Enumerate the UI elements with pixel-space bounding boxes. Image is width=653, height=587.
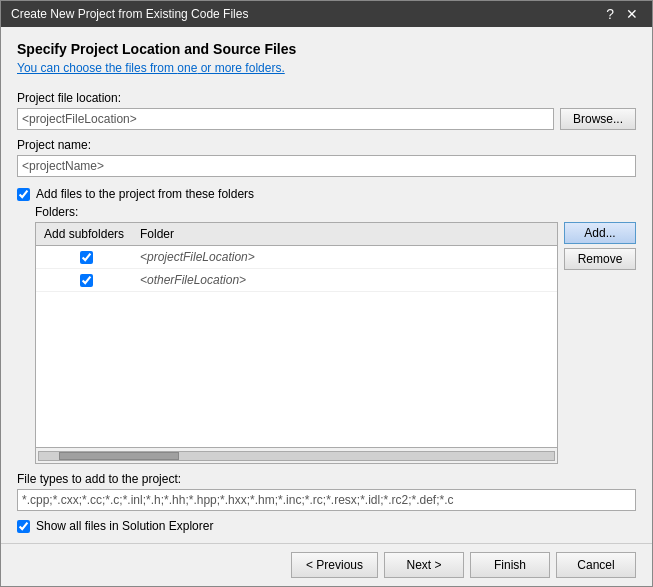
folders-body: <projectFileLocation> <otherFileLocation… [36,246,557,447]
page-title: Specify Project Location and Source File… [17,41,636,57]
project-name-input[interactable] [17,155,636,177]
add-folder-button[interactable]: Add... [564,222,636,244]
page-subtitle: You can choose the files from one or mor… [17,61,636,75]
folder-checkbox-cell-1 [36,251,136,264]
folders-table: Add subfolders Folder <projectFileLocati… [35,222,558,464]
previous-button[interactable]: < Previous [291,552,378,578]
add-files-checkbox-row: Add files to the project from these fold… [17,187,636,201]
col-subfolders-header: Add subfolders [36,225,136,243]
h-scrollbar-thumb [59,452,179,460]
file-types-label: File types to add to the project: [17,472,636,486]
browse-button[interactable]: Browse... [560,108,636,130]
folders-label: Folders: [35,205,636,219]
project-file-location-label: Project file location: [17,91,636,105]
folder-checkbox-cell-2 [36,274,136,287]
project-name-row [17,155,636,177]
add-files-checkbox[interactable] [17,188,30,201]
subtitle-link: one [177,61,197,75]
col-folder-header: Folder [136,225,557,243]
subtitle-prefix: You can choose the files from [17,61,177,75]
remove-folder-button[interactable]: Remove [564,248,636,270]
file-types-input[interactable] [17,489,636,511]
content-area: Specify Project Location and Source File… [1,27,652,543]
subtitle-suffix: or more folders. [197,61,284,75]
next-button[interactable]: Next > [384,552,464,578]
folder-checkbox-2[interactable] [80,274,93,287]
project-file-location-input[interactable] [17,108,554,130]
table-row[interactable]: <otherFileLocation> [36,269,557,292]
title-bar-buttons: ? ✕ [602,7,642,21]
file-types-section: File types to add to the project: [17,472,636,511]
folders-side-buttons: Add... Remove [564,222,636,464]
h-scrollbar[interactable] [38,451,555,461]
dialog-title: Create New Project from Existing Code Fi… [11,7,248,21]
folders-section: Add subfolders Folder <projectFileLocati… [35,222,636,464]
project-file-location-row: Browse... [17,108,636,130]
dialog: Create New Project from Existing Code Fi… [0,0,653,587]
folder-checkbox-1[interactable] [80,251,93,264]
folder-path-2: <otherFileLocation> [136,271,557,289]
folder-path-1: <projectFileLocation> [136,248,557,266]
title-bar: Create New Project from Existing Code Fi… [1,1,652,27]
close-button[interactable]: ✕ [622,7,642,21]
project-name-label: Project name: [17,138,636,152]
bottom-bar: < Previous Next > Finish Cancel [1,543,652,586]
table-row[interactable]: <projectFileLocation> [36,246,557,269]
h-scrollbar-area [36,447,557,463]
finish-button[interactable]: Finish [470,552,550,578]
page-header: Specify Project Location and Source File… [17,41,636,75]
show-files-label: Show all files in Solution Explorer [36,519,213,533]
show-files-row: Show all files in Solution Explorer [17,519,636,533]
help-button[interactable]: ? [602,7,618,21]
show-files-checkbox[interactable] [17,520,30,533]
add-files-label: Add files to the project from these fold… [36,187,254,201]
folders-header: Add subfolders Folder [36,223,557,246]
cancel-button[interactable]: Cancel [556,552,636,578]
